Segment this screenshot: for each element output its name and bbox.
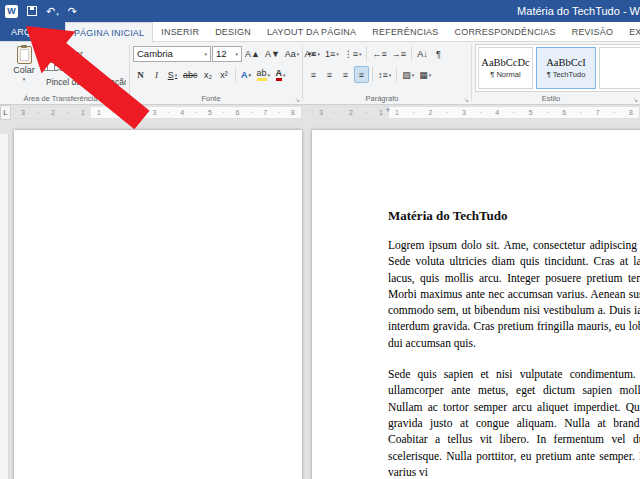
strikethrough-button[interactable]: abc: [181, 66, 200, 83]
document-paragraph: Sede quis sapien et nisi vulputate condi…: [388, 366, 640, 479]
font-name-combobox[interactable]: Cambria ▾: [133, 46, 211, 62]
ribbon: Colar ▾ ╳ Recortar Copiar Pincel de Form…: [0, 42, 640, 105]
format-painter-button[interactable]: Pincel de Formatação: [43, 75, 126, 88]
justify-button[interactable]: ≡: [354, 66, 369, 83]
tab-pagina-inicial[interactable]: PÁGINA INICIAL: [65, 22, 153, 42]
ruler-body-zone: 1·2·3·4·5·6·7·8: [91, 107, 301, 118]
styles-group: AaBbCcDc ¶ Normal AaBbCcI ¶ TechTudo Est…: [472, 42, 640, 104]
italic-button[interactable]: I: [149, 66, 164, 83]
cut-label: Recortar: [50, 49, 83, 59]
dialog-launcher-icon[interactable]: ↘: [464, 96, 469, 103]
sort-button[interactable]: A↓: [415, 45, 430, 62]
superscript-button[interactable]: x²: [217, 66, 232, 83]
cut-button[interactable]: ╳ Recortar: [43, 47, 126, 60]
font-color-button[interactable]: A▾: [273, 66, 288, 83]
ruler-row: L 3·2·1 1·2·3·4·5·6·7·8 3·2·1 1·2·3·4·5·…: [0, 105, 640, 120]
style-normal[interactable]: AaBbCcDc ¶ Normal: [478, 47, 533, 89]
dialog-launcher-icon[interactable]: ↘: [633, 96, 638, 103]
copy-icon: [44, 64, 50, 71]
align-right-button[interactable]: ≡: [338, 66, 353, 83]
ruler-margin-zone: 3·2·1: [313, 107, 389, 118]
clipboard-icon: [17, 46, 32, 64]
control-separator: [372, 67, 373, 82]
style-sample: AaBbCcI: [546, 57, 586, 68]
align-center-button[interactable]: ≡: [322, 66, 337, 83]
dialog-launcher-icon[interactable]: ↘: [122, 96, 127, 103]
tab-referencias[interactable]: REFERÊNCIAS: [364, 22, 446, 41]
shrink-font-button[interactable]: A▼: [263, 45, 282, 62]
grow-font-button[interactable]: A▲: [243, 45, 262, 62]
subscript-button[interactable]: x₂: [201, 66, 216, 83]
font-group-label: Fonte: [130, 94, 292, 103]
word-app-icon[interactable]: W: [5, 5, 18, 18]
ribbon-tab-row: ARQUIVO PÁGINA INICIAL INSERIR DESIGN LA…: [0, 22, 640, 42]
first-line-indent-marker[interactable]: ▼: [385, 107, 391, 113]
style-name: ¶ Normal: [490, 70, 520, 79]
ruler-margin-zone: 3·2·1: [15, 107, 91, 118]
tab-revisao[interactable]: REVISÃO: [564, 22, 621, 41]
highlight-color-button[interactable]: ab▾: [255, 66, 273, 83]
font-size-combobox[interactable]: 12 ▾: [212, 46, 242, 62]
increase-indent-button[interactable]: →≡: [390, 45, 408, 62]
style-name: ¶ TechTudo: [547, 70, 586, 79]
tab-layout-da-pagina[interactable]: LAYOUT DA PÁGINA: [259, 22, 364, 41]
bold-button[interactable]: N: [133, 66, 148, 83]
title-bar: W ↶▾ ↷ Matéria do TechTudo - W: [0, 0, 640, 22]
clipboard-group-label: Área de Transferência: [2, 94, 119, 103]
paste-caret-icon: ▾: [23, 76, 26, 82]
styles-group-label: Estilo: [472, 94, 630, 103]
tab-exibicao[interactable]: EXIBIÇÃO: [621, 22, 640, 41]
tab-design[interactable]: DESIGN: [207, 22, 259, 41]
shading-button[interactable]: ▨▾: [400, 66, 416, 83]
paragraph-group-label: Parágrafo: [303, 94, 461, 103]
font-size-value: 12: [216, 48, 227, 59]
window-title: Matéria do TechTudo - W: [517, 0, 640, 22]
document-paragraph: Logrem ipsum dolo sit. Ame, consectetur …: [388, 237, 640, 351]
line-spacing-button[interactable]: ↕≡▾: [376, 66, 393, 83]
control-separator: [396, 67, 397, 82]
document-page-left[interactable]: [14, 130, 302, 479]
vertical-ruler[interactable]: [0, 134, 9, 479]
dialog-launcher-icon[interactable]: ↘: [295, 96, 300, 103]
tab-arquivo[interactable]: ARQUIVO: [0, 22, 65, 41]
copy-label: Copiar: [53, 63, 78, 73]
decrease-indent-button[interactable]: ←≡: [370, 45, 388, 62]
tab-inserir[interactable]: INSERIR: [153, 22, 207, 41]
underline-button[interactable]: S▾: [165, 66, 180, 83]
clipboard-group: Colar ▾ ╳ Recortar Copiar Pincel de Form…: [2, 42, 129, 104]
document-area: Matéria do TechTudo Logrem ipsum dolo si…: [0, 120, 640, 479]
font-group: Cambria ▾ 12 ▾ A▲ A▼ Aa▾ A× N I S▾ abc x…: [130, 42, 302, 104]
horizontal-ruler-right-page[interactable]: 3·2·1 1·2·3·4·5·6·7·8 ▼: [312, 106, 640, 119]
document-page-right[interactable]: Matéria do TechTudo Logrem ipsum dolo si…: [312, 130, 640, 479]
chevron-down-icon: ▾: [235, 51, 238, 57]
styles-gallery: AaBbCcDc ¶ Normal AaBbCcI ¶ TechTudo: [475, 44, 640, 92]
font-name-value: Cambria: [137, 48, 173, 59]
undo-button[interactable]: ↶▾: [46, 6, 59, 17]
undo-caret-icon: ▾: [56, 12, 59, 17]
paragraph-group: •≡▾ 1≡▾ ⋮≡▾ ←≡ →≡ A↓ ¶ ≡ ≡ ≡ ≡ ↕≡▾ ▨▾ ▦▾: [303, 42, 471, 104]
style-sample: AaBbCcDc: [481, 57, 529, 68]
tab-stop-selector[interactable]: L: [0, 105, 11, 120]
redo-button[interactable]: ↷: [68, 6, 77, 17]
change-case-button[interactable]: Aa▾: [283, 45, 302, 62]
align-left-button[interactable]: ≡: [306, 66, 321, 83]
horizontal-ruler-left-page[interactable]: 3·2·1 1·2·3·4·5·6·7·8: [14, 106, 302, 119]
paste-button[interactable]: Colar ▾: [5, 44, 43, 93]
format-painter-label: Pincel de Formatação: [46, 77, 126, 87]
borders-button[interactable]: ▦▾: [417, 66, 433, 83]
scissors-icon: ╳: [43, 50, 47, 57]
control-separator: [366, 46, 367, 61]
save-icon[interactable]: [27, 6, 37, 16]
multilevel-list-button[interactable]: ⋮≡▾: [342, 45, 364, 62]
ruler-body-zone: 1·2·3·4·5·6·7·8: [389, 107, 639, 118]
text-effects-button[interactable]: A▾: [239, 66, 254, 83]
bullets-button[interactable]: •≡▾: [306, 45, 322, 62]
numbering-button[interactable]: 1≡▾: [323, 45, 341, 62]
tab-correspondencias[interactable]: CORRESPONDÊNCIAS: [447, 22, 564, 41]
style-partial[interactable]: [599, 47, 640, 89]
style-techtudo[interactable]: AaBbCcI ¶ TechTudo: [536, 47, 596, 89]
copy-button[interactable]: Copiar: [43, 61, 126, 74]
control-separator: [235, 67, 236, 82]
chevron-down-icon: ▾: [204, 51, 207, 57]
show-paragraph-marks-button[interactable]: ¶: [431, 45, 446, 62]
